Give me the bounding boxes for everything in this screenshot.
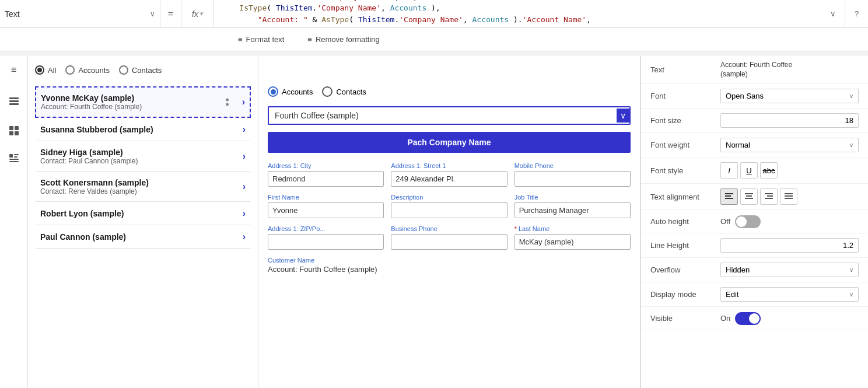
expand-icon[interactable]: ∨: [821, 0, 845, 27]
prop-font-style-label: Font style: [650, 166, 720, 175]
svg-rect-14: [725, 198, 733, 199]
chevron-right-icon: ›: [243, 181, 246, 192]
radio-all[interactable]: All: [35, 65, 56, 75]
drag-handle: [226, 99, 229, 106]
strikethrough-button[interactable]: abc: [760, 162, 778, 179]
field-first-name: First Name: [268, 194, 384, 218]
svg-rect-2: [9, 97, 19, 99]
svg-rect-20: [765, 198, 773, 199]
first-name-input[interactable]: [268, 202, 384, 218]
contact-item[interactable]: Paul Cannon (sample) ›: [35, 225, 251, 249]
contact-list-panel: All Accounts Contacts Yvonne McKay (samp…: [28, 56, 258, 388]
radio-contacts[interactable]: Contacts: [119, 65, 162, 75]
svg-rect-23: [785, 198, 793, 199]
svg-rect-0: [9, 100, 19, 102]
contact-item[interactable]: Sidney Higa (sample) Contact: Paul Canno…: [35, 141, 251, 172]
format-text-button[interactable]: ≡ Format text: [233, 33, 289, 46]
formula-selector[interactable]: Text ∨: [0, 0, 160, 27]
sidebar-icon-components[interactable]: [5, 121, 23, 140]
svg-rect-11: [9, 161, 19, 162]
prop-visible-row: Visible On: [641, 307, 868, 330]
chevron-down-icon: ∨: [150, 10, 155, 18]
field-mobile-phone: Mobile Phone: [514, 162, 631, 187]
svg-rect-5: [9, 131, 13, 135]
line-height-input[interactable]: [720, 238, 859, 253]
remove-formatting-button[interactable]: ≡ Remove formatting: [303, 33, 384, 46]
font-size-input[interactable]: [720, 113, 859, 128]
fields-grid: Address 1: City Address 1: Street 1 Mobi…: [268, 162, 631, 250]
svg-rect-18: [765, 193, 773, 194]
sidebar-icon-menu[interactable]: ≡: [5, 61, 23, 79]
chevron-down-icon: ∨: [849, 267, 853, 273]
address-city-input[interactable]: [268, 171, 384, 187]
sidebar-icon-data[interactable]: [5, 149, 23, 168]
contact-item[interactable]: Susanna Stubberod (sample) ›: [35, 118, 251, 141]
prop-display-mode-label: Display mode: [650, 290, 720, 299]
svg-rect-3: [9, 126, 13, 130]
visible-toggle-group: On: [720, 312, 761, 325]
formula-input[interactable]: If( IsBlank( ThisItem.'Company Name' ), …: [214, 0, 821, 27]
align-justify-button[interactable]: [780, 188, 797, 205]
job-title-input[interactable]: [514, 202, 631, 218]
svg-rect-16: [746, 195, 752, 197]
field-zip: Address 1: ZIP/Po...: [268, 225, 384, 250]
prop-text-label: Text: [650, 65, 720, 74]
help-icon[interactable]: ?: [845, 0, 868, 27]
svg-rect-7: [9, 154, 13, 158]
field-description: Description: [391, 194, 507, 218]
prop-display-mode-row: Display mode Edit ∨: [641, 282, 868, 307]
contact-item[interactable]: Scott Konersmann (sample) Contact: Rene …: [35, 172, 251, 202]
overflow-dropdown[interactable]: Hidden ∨: [720, 263, 859, 277]
mobile-phone-input[interactable]: [514, 171, 631, 187]
contact-item[interactable]: Yvonne McKay (sample) Account: Fourth Co…: [35, 86, 251, 118]
sidebar-icon-layers[interactable]: [5, 93, 23, 112]
radio-accounts[interactable]: Accounts: [65, 65, 109, 75]
prop-line-height-row: Line Height: [641, 233, 868, 258]
svg-rect-10: [9, 159, 19, 160]
fx-button[interactable]: fx ▾: [181, 0, 214, 27]
customer-name-section: Customer Name Account: Fourth Coffee (sa…: [268, 257, 631, 274]
chevron-right-icon: ›: [243, 151, 246, 162]
font-dropdown[interactable]: Open Sans ∨: [720, 89, 859, 103]
visible-value: On: [720, 314, 730, 323]
formula-selector-text: Text: [5, 9, 150, 19]
svg-rect-19: [767, 195, 773, 197]
display-mode-dropdown[interactable]: Edit ∨: [720, 287, 859, 302]
italic-button[interactable]: I: [720, 162, 738, 179]
contact-item[interactable]: Robert Lyon (sample) ›: [35, 202, 251, 225]
remove-formatting-icon: ≡: [307, 35, 312, 44]
font-weight-dropdown[interactable]: Normal ∨: [720, 138, 859, 152]
format-text-label: Format text: [246, 35, 285, 44]
detail-radio-contacts[interactable]: Contacts: [322, 86, 366, 97]
description-input[interactable]: [391, 202, 507, 218]
auto-height-toggle-group: Off: [720, 215, 761, 228]
auto-height-toggle[interactable]: [735, 215, 761, 228]
chevron-down-icon: ∨: [849, 291, 853, 298]
svg-rect-1: [9, 103, 19, 105]
underline-button[interactable]: U: [740, 162, 758, 179]
align-right-button[interactable]: [760, 188, 778, 205]
svg-rect-21: [785, 193, 793, 194]
detail-radio-accounts[interactable]: Accounts: [268, 86, 313, 97]
visible-toggle[interactable]: [735, 312, 761, 325]
svg-rect-4: [15, 126, 19, 130]
chevron-down-icon: ∨: [849, 93, 853, 99]
prop-text-row: Text Account: Fourth Coffee(sample): [641, 56, 868, 84]
equals-sign: =: [160, 0, 181, 27]
formula-bar: Text ∨ = fx ▾ If( IsBlank( ThisItem.'Com…: [0, 0, 868, 28]
prop-overflow-row: Overflow Hidden ∨: [641, 258, 868, 282]
prop-font-style-row: Font style I U abc: [641, 158, 868, 184]
align-center-button[interactable]: [740, 188, 758, 205]
prop-auto-height-row: Auto height Off: [641, 210, 868, 233]
last-name-input[interactable]: [514, 234, 631, 250]
business-phone-input[interactable]: [391, 234, 507, 250]
prop-font-row: Font Open Sans ∨: [641, 84, 868, 109]
svg-rect-13: [725, 195, 731, 197]
font-style-buttons: I U abc: [720, 162, 778, 179]
company-dropdown[interactable]: Fourth Coffee (sample) ∨: [268, 106, 631, 125]
zip-input[interactable]: [268, 234, 384, 250]
prop-font-weight-row: Font weight Normal ∨: [641, 133, 868, 158]
address-street-input[interactable]: [391, 171, 507, 187]
patch-company-name-button[interactable]: Pach Company Name: [268, 132, 631, 153]
align-left-button[interactable]: [720, 188, 738, 205]
